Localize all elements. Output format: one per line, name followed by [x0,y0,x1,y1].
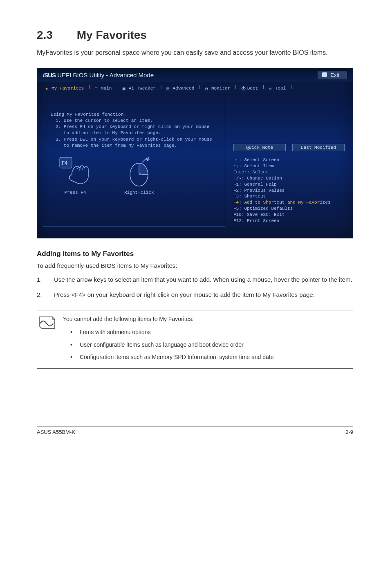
footer-right: 2-9 [345,429,353,435]
tab-separator: | [87,85,92,92]
side-button-row: Quick Note Last Modified [233,144,345,151]
legend-line: F10: Save ESC: Exit [233,212,345,218]
tab-label: Monitor [211,86,230,91]
tab-tool[interactable]: Tool [267,85,288,92]
page-footer: ASUS A55BM-K 2-9 [37,426,353,435]
bios-body: Using My Favorites function: 1. Use the … [37,95,353,230]
function-steps: 1. Use the cursor to select an item.2. P… [51,118,217,149]
illustration-f4-label: Press F4 [59,190,92,195]
note-item: User-configurable items such as language… [63,339,353,351]
exit-icon [322,72,327,77]
tab-label: Advanced [173,86,194,91]
tab-my-favorites[interactable]: My Favorites [43,85,86,92]
illustration-rightclick: Right-click [124,157,154,195]
tab-ai-tweaker[interactable]: Ai Tweaker [120,85,158,92]
legend-line: F4: Add to Shortcut and My Favorites [233,200,345,206]
illustration-f4: F4 Press F4 [59,157,92,195]
tab-label: Main [101,86,112,91]
legend-line: →←: Select Screen [233,157,345,163]
step-number: 2. [37,290,45,299]
function-step-line: to add an item to My Favorites page. [51,130,217,136]
bios-title-text: UEFI BIOS Utility - Advanced Mode [57,72,154,79]
note-item-text: User-configurable items such as language… [80,340,244,349]
tab-label: Boot [247,86,258,91]
tab-monitor[interactable]: Monitor [203,85,233,92]
bios-window: /SUS UEFI BIOS Utility - Advanced Mode E… [37,68,353,238]
note-item-text: Items with submenu options [80,328,151,337]
note-item: Configuration items such as Memory SPD I… [63,351,353,363]
tab-separator: | [115,85,119,92]
function-heading: Using My Favorites function: [51,112,217,117]
section-title-text: My Favorites [77,29,147,41]
tab-advanced[interactable]: Advanced [164,85,197,92]
tab-boot[interactable]: Boot [239,85,260,92]
step-item: 2.Press <F4> on your keyboard or right-c… [37,290,353,299]
bios-side-panel: Quick Note Last Modified →←: Select Scre… [225,95,353,230]
key-legend: →←: Select Screen↑↓: Select ItemEnter: S… [233,157,345,224]
step-text: Press <F4> on your keyboard or right-cli… [54,290,315,299]
step-item: 1.Use the arrow keys to select an item t… [37,275,353,284]
exit-button[interactable]: Exit [318,71,347,79]
note-body: You cannot add the following items to My… [63,314,353,364]
bios-title: /SUS UEFI BIOS Utility - Advanced Mode [43,72,154,79]
exit-label: Exit [330,72,339,78]
function-step-line: 1. Use the cursor to select an item. [51,118,217,124]
tab-main[interactable]: Main [92,85,114,92]
section-heading: 2.3 My Favorites [37,29,353,42]
legend-line: Enter: Select [233,169,345,175]
tab-label: Tool [275,86,286,91]
step-list: 1.Use the arrow keys to select an item t… [37,275,353,300]
f4-key-icon: F4 [59,157,92,187]
tab-separator: | [289,85,294,92]
tab-separator: | [233,85,238,92]
step-number: 1. [37,275,45,284]
section-number: 2.3 [37,29,74,42]
legend-line: F12: Print Screen [233,218,345,224]
chip-icon [123,86,127,90]
tab-separator: | [261,85,266,92]
svg-text:F4: F4 [62,160,67,166]
intro-paragraph: MyFavorites is your personal space where… [37,47,353,58]
tab-separator: | [197,85,202,92]
tab-label: Ai Tweaker [129,86,156,91]
legend-line: F2: Previous Values [233,188,345,194]
last-modified-button[interactable]: Last Modified [292,144,345,151]
footer-left: ASUS A55BM-K [37,429,75,435]
adv-icon [166,86,171,90]
tab-label: My Favorites [52,86,84,91]
legend-line: F1: General Help [233,182,345,188]
note-item-text: Configuration items such as Memory SPD I… [80,352,274,361]
note-icon [37,314,56,332]
tool-icon [269,86,273,90]
mon-icon [205,86,210,90]
illustration-row: F4 Press F4 Right-click [51,157,217,195]
note-block: You cannot add the following items to My… [37,310,353,369]
mouse-icon [125,157,153,187]
tab-separator: | [159,85,164,92]
power-icon [241,86,246,90]
note-item: Items with submenu options [63,326,353,338]
function-step-line: to remove the item from My Favorites pag… [51,143,217,149]
quick-note-button[interactable]: Quick Note [233,144,286,151]
subsection-lead: To add frequently-used BIOS items to My … [37,262,353,269]
legend-line: +/-: Change Option [233,175,345,182]
bios-main-panel: Using My Favorites function: 1. Use the … [43,95,225,227]
legend-line: F5: Optimized Defaults [233,206,345,212]
bios-brand: /SUS [43,72,56,79]
illustration-rightclick-label: Right-click [124,190,154,195]
subsection-heading: Adding items to My Favorites [37,250,353,258]
function-step-line: 3. Press DEL on your keyboard or right-c… [51,137,217,143]
note-lead: You cannot add the following items to My… [63,314,353,323]
bios-titlebar: /SUS UEFI BIOS Utility - Advanced Mode E… [37,68,353,82]
star-icon [45,86,50,90]
legend-line: F3: Shortcut [233,193,345,200]
function-step-line: 2. Press F4 on your keyboard or right-cl… [51,124,217,130]
step-text: Use the arrow keys to select an item tha… [54,275,352,284]
legend-line: ↑↓: Select Item [233,163,345,169]
note-list: Items with submenu optionsUser-configura… [63,326,353,363]
list-icon [95,86,99,90]
